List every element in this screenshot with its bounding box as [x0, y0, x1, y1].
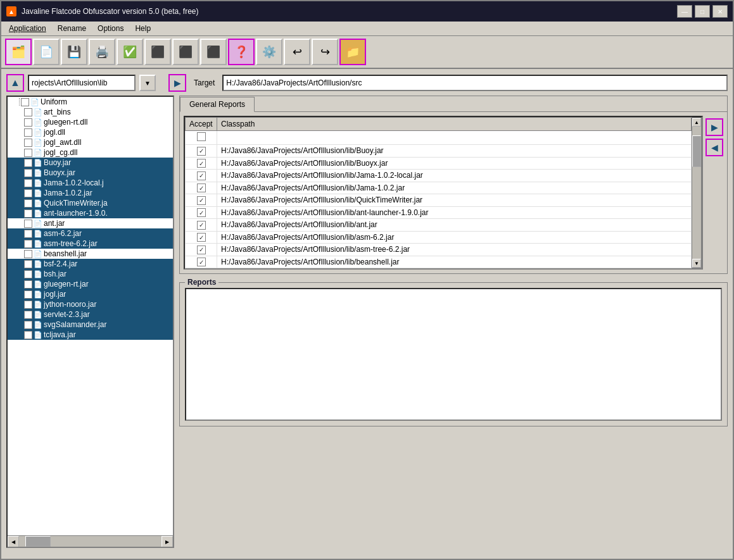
tree-check-gluegen-dll[interactable]: [24, 118, 32, 127]
nav-forward-button[interactable]: ▶: [706, 118, 723, 136]
menu-application[interactable]: Application: [4, 23, 51, 34]
toolbar-box1-btn[interactable]: ⬛: [144, 39, 171, 65]
nav-back-button[interactable]: ◀: [706, 139, 723, 156]
hscroll-left-arrow[interactable]: ◀: [8, 536, 19, 547]
tree-item-qtwriter-jar[interactable]: 📄 QuickTimeWriter.ja: [8, 198, 173, 208]
tree-item-beanshell-jar[interactable]: 📄 beanshell.jar: [8, 249, 173, 259]
tree-item-buoy-jar[interactable]: 📄 Buoy.jar: [8, 158, 173, 168]
tree-check-beanshell-jar[interactable]: [24, 250, 32, 258]
checkbox-6[interactable]: ✓: [197, 208, 206, 217]
checkbox-1[interactable]: ✓: [197, 147, 206, 156]
tree-check-jogl-jar[interactable]: [24, 290, 32, 299]
file-icon: 📄: [34, 310, 42, 319]
toolbar-redo-btn[interactable]: ↪: [312, 39, 338, 65]
tree-item-ant-jar[interactable]: 📄 ant.jar: [8, 218, 173, 228]
tree-check-jama-jar[interactable]: [24, 189, 32, 197]
hscroll-track[interactable]: [19, 536, 161, 547]
source-up-button[interactable]: ▲: [6, 74, 24, 92]
tree-item-bsh-jar[interactable]: 📄 bsh.jar: [8, 269, 173, 279]
tree-check-buoy-jar[interactable]: [24, 159, 32, 167]
tree-check-tcl-jar[interactable]: [24, 331, 32, 339]
tree-check-ant-jar[interactable]: [24, 220, 32, 228]
minimize-button[interactable]: —: [677, 5, 692, 18]
file-icon: 📄: [34, 189, 42, 197]
target-nav-button[interactable]: ▶: [168, 74, 186, 92]
tree-item-uniform[interactable]: 📄 Uniform: [8, 97, 173, 107]
tab-general-reports[interactable]: General Reports: [180, 97, 255, 112]
tree-check-asm-tree-jar[interactable]: [24, 240, 32, 248]
hscroll-right-arrow[interactable]: ▶: [161, 536, 173, 547]
tree-item-asm-tree-jar[interactable]: 📄 asm-tree-6.2.jar: [8, 239, 173, 249]
toolbar-help-btn[interactable]: ❓: [228, 39, 255, 65]
toolbar-save-btn[interactable]: 💾: [61, 39, 87, 65]
checkbox-10[interactable]: ✓: [197, 258, 206, 266]
tree-check-asm-jar[interactable]: [24, 230, 32, 238]
tree-check-jython-jar[interactable]: [24, 301, 32, 309]
tree-item-servlet-jar[interactable]: 📄 servlet-2.3.jar: [8, 309, 173, 320]
toolbar-new-btn[interactable]: 📄: [33, 39, 60, 65]
tree-item-asm-jar[interactable]: 📄 asm-6.2.jar: [8, 228, 173, 239]
menu-rename[interactable]: Rename: [53, 23, 91, 34]
tree-item-jogl-jar[interactable]: 📄 jogl.jar: [8, 289, 173, 299]
empty-checkbox[interactable]: [197, 132, 206, 141]
table-scrollbar-vertical[interactable]: ▲ ▼: [692, 117, 702, 268]
toolbar-open-btn[interactable]: 🗂️: [5, 39, 32, 65]
scroll-down-arrow[interactable]: ▼: [692, 259, 701, 268]
tree-check-gluegen-rt-jar[interactable]: [24, 280, 32, 289]
tree-check-bsh-jar[interactable]: [24, 270, 32, 278]
tree-check-buoyx-jar[interactable]: [24, 169, 32, 177]
source-path-input[interactable]: [28, 75, 136, 91]
tree-check-jogl-dll[interactable]: [24, 128, 32, 137]
scroll-track[interactable]: [692, 127, 701, 259]
tree-item-tcl-jar[interactable]: 📄 tcljava.jar: [8, 330, 173, 340]
tree-item-jogl-cg-dll[interactable]: 📄 jogl_cg.dll: [8, 147, 173, 158]
reports-textbox[interactable]: [185, 288, 722, 421]
toolbar-folder-btn[interactable]: 📁: [339, 39, 366, 65]
checkbox-7[interactable]: ✓: [197, 221, 206, 230]
tree-item-gluegen-rt-jar[interactable]: 📄 gluegen-rt.jar: [8, 279, 173, 289]
hscroll-thumb[interactable]: [25, 536, 51, 547]
tree-check-servlet-jar[interactable]: [24, 311, 32, 319]
tree-scroll-area[interactable]: 📄 Uniform 📄 art_bins 📄 gluegen-rt.dll: [8, 97, 173, 535]
tree-item-jama-local-jar[interactable]: 📄 Jama-1.0.2-local.j: [8, 178, 173, 188]
checkbox-8[interactable]: ✓: [197, 233, 206, 242]
checkbox-4[interactable]: ✓: [197, 184, 206, 192]
toolbar-check-btn[interactable]: ✅: [117, 39, 143, 65]
source-path-dropdown[interactable]: ▼: [139, 75, 156, 91]
toolbar-box3-btn[interactable]: ⬛: [200, 39, 227, 65]
tree-check-ant-launcher-jar[interactable]: [24, 209, 32, 218]
tree-item-jama-jar[interactable]: 📄 Jama-1.0.2.jar: [8, 188, 173, 198]
menu-options[interactable]: Options: [92, 23, 129, 34]
checkbox-5[interactable]: ✓: [197, 196, 206, 205]
tree-check-qtwriter-jar[interactable]: [24, 199, 32, 208]
checkbox-2[interactable]: ✓: [197, 159, 206, 168]
close-button[interactable]: ✕: [712, 5, 728, 18]
tree-item-gluegen-dll[interactable]: 📄 gluegen-rt.dll: [8, 117, 173, 127]
toolbar-settings-btn[interactable]: ⚙️: [256, 39, 282, 65]
maximize-button[interactable]: □: [695, 5, 710, 18]
tree-item-bsf-jar[interactable]: 📄 bsf-2.4.jar: [8, 259, 173, 269]
tree-item-svg-jar[interactable]: 📄 svgSalamander.jar: [8, 320, 173, 330]
tree-check-uniform[interactable]: [21, 98, 29, 106]
toolbar-undo-btn[interactable]: ↩: [284, 39, 310, 65]
toolbar-print-btn[interactable]: 🖨️: [89, 39, 115, 65]
tree-check-jogl-awt-dll[interactable]: [24, 139, 32, 147]
tree-check-art-bins[interactable]: [24, 108, 32, 116]
tree-check-jogl-cg-dll[interactable]: [24, 149, 32, 157]
toolbar-box2-btn[interactable]: ⬛: [172, 39, 199, 65]
checkbox-9[interactable]: ✓: [197, 246, 206, 254]
checkbox-3[interactable]: ✓: [197, 171, 206, 180]
tree-item-jogl-dll[interactable]: 📄 jogl.dll: [8, 127, 173, 137]
scroll-up-arrow[interactable]: ▲: [692, 118, 701, 127]
tree-check-svg-jar[interactable]: [24, 321, 32, 329]
menu-help[interactable]: Help: [130, 23, 156, 34]
tree-item-jython-jar[interactable]: 📄 jython-nooro.jar: [8, 299, 173, 309]
tree-check-bsf-jar[interactable]: [24, 260, 32, 268]
scroll-thumb[interactable]: [692, 135, 701, 167]
tree-item-buoyx-jar[interactable]: 📄 Buoyx.jar: [8, 168, 173, 178]
target-path-input[interactable]: [222, 75, 728, 91]
tree-item-ant-launcher-jar[interactable]: 📄 ant-launcher-1.9.0.: [8, 208, 173, 218]
tree-item-art-bins[interactable]: 📄 art_bins: [8, 107, 173, 117]
tree-item-jogl-awt-dll[interactable]: 📄 jogl_awt.dll: [8, 137, 173, 147]
tree-check-jama-local-jar[interactable]: [24, 179, 32, 187]
